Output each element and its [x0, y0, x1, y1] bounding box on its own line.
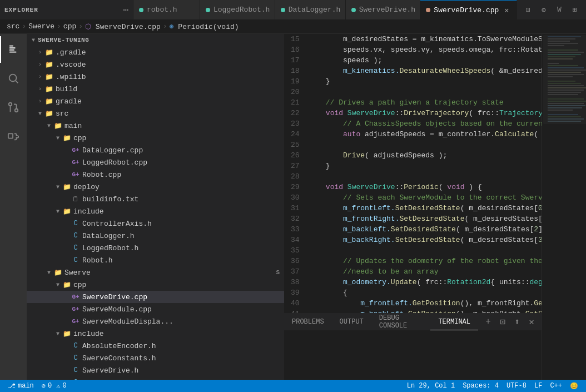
breadcrumb-cpp[interactable]: cpp	[63, 22, 76, 31]
code-line-28[interactable]	[309, 171, 542, 182]
breadcrumb-file[interactable]: ⬡ SwerveDrive.cpp	[85, 22, 161, 31]
file-datalogger-h[interactable]: › C DataLogger.h	[27, 230, 284, 242]
code-line-37[interactable]: //needs to be an array	[309, 266, 542, 277]
file-buildinfo-txt[interactable]: › 🗒 buildinfo.txt	[27, 193, 284, 205]
folder-wpilib[interactable]: › 📁 .wpilib	[27, 71, 284, 83]
terminal-content[interactable]	[284, 330, 542, 380]
file-robot-cpp[interactable]: › G+ Robot.cpp	[27, 168, 284, 181]
code-line-41[interactable]: m_backLeft.GetPosition(), m_backRight.Ge…	[309, 309, 542, 313]
code-line-34[interactable]: m_backRight.SetDesiredState( m_desiredSt…	[309, 235, 542, 245]
code-content[interactable]: m_desiredStates = m_kinematics.ToSwerveM…	[304, 34, 542, 313]
file-swervemodule-cpp[interactable]: › G+ SwerveModule.cpp	[27, 303, 284, 315]
code-line-17[interactable]: speeds );	[309, 55, 542, 66]
status-branch[interactable]: ⎇ main	[4, 380, 37, 392]
folder-main-label: main	[64, 122, 82, 130]
code-line-38[interactable]: m_odometry.Update( frc::Rotation2d{ unit…	[309, 277, 542, 287]
svg-line-5	[16, 81, 18, 83]
code-line-32[interactable]: m_frontRight.SetDesiredState( m_desiredS…	[309, 214, 542, 224]
status-feedback[interactable]: 😊	[567, 380, 582, 392]
tab-datalogger-h[interactable]: DataLogger.h	[275, 0, 346, 19]
code-line-20[interactable]	[309, 87, 542, 97]
account-button[interactable]: W	[553, 3, 566, 17]
file-swervemodule-display-cpp[interactable]: › G+ SwerveModuleDispla...	[27, 315, 284, 328]
status-eol[interactable]: LF	[531, 380, 545, 392]
project-root[interactable]: ▼ SWERVE-TUNING	[27, 34, 284, 46]
code-line-30[interactable]: // Sets each SwerveModule to the correct…	[309, 192, 542, 203]
code-line-27[interactable]: }	[309, 161, 542, 171]
breadcrumb-src[interactable]: src	[7, 22, 19, 31]
tab-problems[interactable]: PROBLEMS	[284, 314, 332, 330]
code-line-18[interactable]: m_kinematics.DesaturateWheelSpeeds( &m_d…	[309, 66, 542, 76]
tab-output[interactable]: OUTPUT	[332, 314, 371, 330]
terminal-maximize-button[interactable]: ⬆	[511, 316, 523, 328]
folder-deploy[interactable]: ▼ 📁 deploy	[27, 181, 284, 193]
status-encoding[interactable]: UTF-8	[503, 380, 530, 392]
code-line-35[interactable]	[309, 245, 542, 256]
code-line-33[interactable]: m_backLeft.SetDesiredState( m_desiredSta…	[309, 224, 542, 235]
tab-close-swervedrive-cpp[interactable]: ✕	[502, 5, 511, 15]
file-absoluteencoder-h[interactable]: › C AbsoluteEncoder.h	[27, 340, 284, 352]
tab-robot-h[interactable]: robot.h	[133, 0, 200, 19]
folder-cpp-swerve[interactable]: ▼ 📁 cpp	[27, 279, 284, 291]
file-loggedrobot-h[interactable]: › C LoggedRobot.h	[27, 242, 284, 254]
folder-src[interactable]: ▼ 📁 src	[27, 107, 284, 120]
terminal-close-button[interactable]: ✕	[526, 316, 537, 328]
folder-vscode-icon: 📁	[44, 60, 53, 69]
tab-loggedrobot-h[interactable]: LoggedRobot.h	[200, 0, 275, 19]
file-swervedrive-h[interactable]: › C SwerveDrive.h	[27, 364, 284, 376]
folder-build[interactable]: › 📁 build	[27, 83, 284, 95]
file-datalogger-cpp[interactable]: › G+ DataLogger.cpp	[27, 144, 284, 156]
folder-gradle-root[interactable]: › 📁 gradle	[27, 95, 284, 107]
tab-label-robot-h: robot.h	[147, 6, 177, 14]
file-controlleraxis-label: ControllerAxis.h	[82, 220, 152, 228]
code-line-25[interactable]	[309, 140, 542, 150]
folder-include-swerve[interactable]: ▼ 📁 include	[27, 328, 284, 340]
folder-vscode[interactable]: › 📁 .vscode	[27, 58, 284, 71]
code-line-40[interactable]: m_frontLeft.GetPosition(), m_frontRight.…	[309, 298, 542, 309]
activity-search[interactable]	[0, 65, 27, 92]
code-line-36[interactable]: // Updates the odometry of the robot giv…	[309, 256, 542, 266]
code-line-29[interactable]: void SwerveDrive::Periodic( void ) {	[309, 182, 542, 192]
folder-cpp-main[interactable]: ▼ 📁 cpp	[27, 132, 284, 144]
terminal-split-button[interactable]: ⊡	[497, 316, 508, 328]
code-line-22[interactable]: void SwerveDrive::DriveTrajectory( frc::…	[309, 108, 542, 118]
code-line-24[interactable]: auto adjustedSpeeds = m_controller.Calcu…	[309, 129, 542, 140]
tab-swervedrive-h[interactable]: SwerveDrive.h	[346, 0, 421, 19]
status-language[interactable]: C++	[547, 380, 565, 392]
code-line-23[interactable]: // A ChassisSpeeds objects based on the …	[309, 118, 542, 129]
status-line-col[interactable]: Ln 29, Col 1	[404, 380, 458, 392]
activity-explorer[interactable]	[0, 36, 27, 63]
code-line-26[interactable]: Drive( adjustedSpeeds );	[309, 150, 542, 161]
breadcrumb-swerve[interactable]: Swerve	[28, 22, 54, 31]
code-line-15[interactable]: m_desiredStates = m_kinematics.ToSwerveM…	[309, 34, 542, 44]
status-errors[interactable]: ⊘ 0 ⚠ 0	[38, 380, 70, 392]
activity-extensions[interactable]	[0, 123, 27, 150]
settings-button[interactable]: ⚙	[537, 3, 550, 17]
code-line-19[interactable]: }	[309, 76, 542, 87]
activity-source-control[interactable]	[0, 94, 27, 121]
folder-gradle[interactable]: › 📁 .gradle	[27, 46, 284, 58]
code-line-31[interactable]: m_frontLeft.SetDesiredState( m_desiredSt…	[309, 203, 542, 214]
code-line-21[interactable]: // Drives a path given a trajectory stat…	[309, 97, 542, 108]
code-line-16[interactable]: speeds.vx, speeds.vy, speeds.omega, frc:…	[309, 44, 542, 55]
tab-debug-console[interactable]: DEBUG CONSOLE	[371, 314, 431, 330]
file-robot-h[interactable]: › C Robot.h	[27, 254, 284, 266]
file-loggedrobot-cpp[interactable]: › G+ LoggedRobot.cpp	[27, 156, 284, 168]
file-controlleraxis-h[interactable]: › C ControllerAxis.h	[27, 217, 284, 230]
code-editor[interactable]: 1516171819202122232425262728293031323334…	[284, 34, 542, 313]
file-swervedrive-cpp[interactable]: › G+ SwerveDrive.cpp	[27, 291, 284, 303]
folder-swerve[interactable]: ▼ 📁 Swerve S	[27, 266, 284, 279]
new-terminal-button[interactable]: +	[483, 316, 494, 328]
tab-swervedrive-cpp[interactable]: SwerveDrive.cpp ✕	[420, 0, 517, 19]
status-spaces[interactable]: Spaces: 4	[459, 380, 502, 392]
file-robot-cpp-icon: G+	[71, 170, 80, 179]
explorer-more-button[interactable]: ⋯	[123, 4, 128, 16]
breadcrumb-function[interactable]: ⊕ Periodic(void)	[170, 22, 239, 31]
tab-terminal[interactable]: TERMINAL	[430, 314, 478, 330]
split-editor-button[interactable]: ⊡	[522, 3, 535, 17]
folder-include-main[interactable]: ▼ 📁 include	[27, 205, 284, 217]
folder-main[interactable]: ▼ 📁 main	[27, 120, 284, 132]
file-swerveconstants-h[interactable]: › C SwerveConstants.h	[27, 352, 284, 364]
layout-button[interactable]: ⊞	[568, 3, 582, 17]
code-line-39[interactable]: {	[309, 287, 542, 298]
